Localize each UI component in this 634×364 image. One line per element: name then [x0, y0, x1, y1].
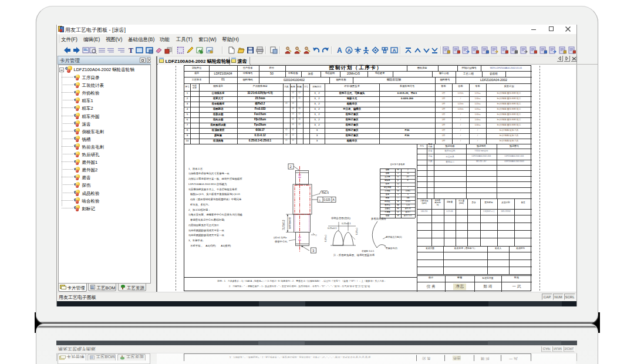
svg-text:磨糙削 3-0.5: 磨糙削 3-0.5 — [362, 250, 374, 252]
svg-text:0.25±1: 0.25±1 — [324, 234, 327, 242]
svg-text:(42±0.1)/Rz: (42±0.1)/Rz — [274, 236, 286, 239]
svg-text:磨横齿向(2): 磨横齿向(2) — [386, 247, 398, 250]
svg-text:非啮合齿面(齿向): 非啮合齿面(齿向) — [331, 217, 351, 220]
svg-text:0.25±0.1: 0.25±0.1 — [328, 227, 337, 230]
svg-text:保留中心孔: 保留中心孔 — [275, 240, 288, 243]
svg-text:参考齿向倒角: 参考齿向倒角 — [371, 217, 386, 221]
svg-text:□: □ — [315, 234, 317, 237]
svg-text:注：所有棱角坚固、涂漆时重新补漆: 注：所有棱角坚固、涂漆时重新补漆 — [333, 254, 375, 257]
svg-text:T: T — [129, 46, 133, 54]
svg-text:0.025: 0.025 — [323, 198, 331, 201]
svg-text:71.5±0.2: 71.5±0.2 — [282, 220, 285, 230]
svg-text:Ra1.6: Ra1.6 — [322, 191, 329, 194]
svg-text:齿部热处理: 齿部热处理 — [288, 217, 291, 229]
svg-text:A: A — [348, 48, 352, 53]
svg-text:A: A — [337, 46, 342, 54]
svg-text:渐开线压力角(1): 渐开线压力角(1) — [386, 235, 402, 238]
svg-text:A: A — [393, 48, 396, 53]
svg-text:0.25±1: 0.25±1 — [355, 227, 358, 235]
svg-text:⊥: ⊥ — [319, 198, 322, 202]
svg-text:0.25±0.1: 0.25±0.1 — [342, 222, 351, 225]
